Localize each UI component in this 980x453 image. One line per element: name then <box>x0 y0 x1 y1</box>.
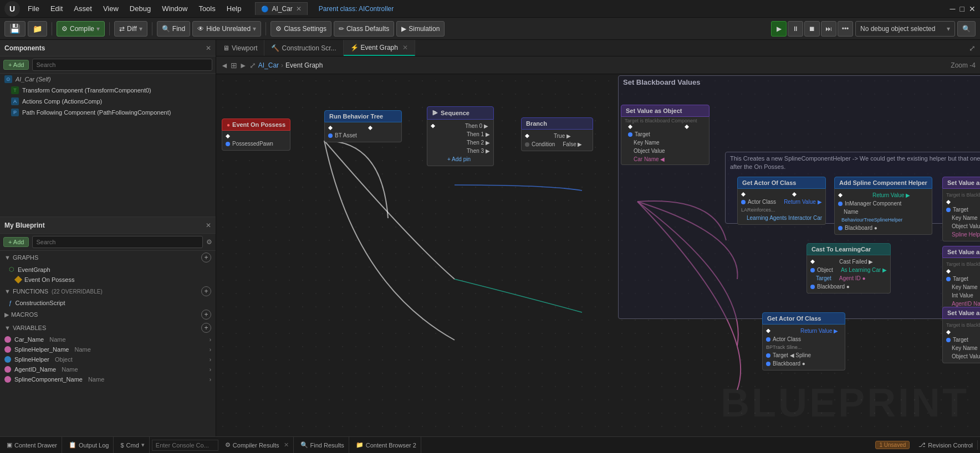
node-add-spline[interactable]: Add Spline Component Helper Return Value… <box>834 177 932 235</box>
blueprint-tab[interactable]: 🔵 AI_Car ✕ <box>255 2 308 15</box>
menu-edit[interactable]: Edit <box>48 3 65 14</box>
node-cast-learning[interactable]: Cast To LearningCar Cast Failed ▶ Object… <box>807 243 891 294</box>
node-set-value-int[interactable]: Set Value as Int Target is Blackboard Co… <box>942 246 980 311</box>
menu-asset[interactable]: Asset <box>72 3 94 14</box>
compile-button[interactable]: ⚙ Compile ▾ <box>57 21 105 37</box>
tab-event-graph[interactable]: ⚡ Event Graph ✕ <box>344 40 415 56</box>
node-ga2-title: Get Actor Of Class <box>767 315 821 322</box>
node-event-on-possess[interactable]: ● Event On Possess PossessedPawn <box>222 119 290 151</box>
blueprint-tab-close[interactable]: ✕ <box>296 5 302 13</box>
compile-dropdown[interactable]: ▾ <box>96 25 100 33</box>
hide-unrelated-dropdown[interactable]: ▾ <box>253 25 256 33</box>
diff-button[interactable]: ⇄ Diff ▾ <box>114 21 147 37</box>
menu-view[interactable]: View <box>101 3 121 14</box>
console-input[interactable] <box>152 440 218 451</box>
menu-window[interactable]: Window <box>160 3 190 14</box>
content-drawer-tab[interactable]: ▣ Content Drawer <box>2 437 62 453</box>
event-on-possess-item[interactable]: Event On Possess <box>0 275 216 285</box>
content-browser2-tab[interactable]: 📁 Content Browser 2 <box>351 437 421 453</box>
debug-filter-button[interactable]: 🔍 <box>957 21 976 37</box>
breadcrumb-blueprint[interactable]: AI_Car <box>258 61 279 69</box>
node-sequence[interactable]: ⫸ Sequence Then 0 ▶ Then 1 ▶ Then 2 ▶ <box>427 106 494 166</box>
blueprint-settings-icon[interactable]: ⚙ <box>206 238 212 246</box>
node-set-value-obj1[interactable]: Set Value as Object Target is Blackboard… <box>621 105 710 165</box>
nav-next[interactable]: ► <box>239 61 247 70</box>
graphs-section-header[interactable]: ▼ GRAPHS + <box>0 251 216 264</box>
parent-class-value[interactable]: AIController <box>359 5 394 13</box>
minimize-btn[interactable]: ─ <box>950 4 956 13</box>
event-graph-tab-close[interactable]: ✕ <box>402 44 408 52</box>
blueprint-canvas[interactable]: Set Blackboard Values This Creates a new… <box>216 74 980 436</box>
node-set-value-obj3[interactable]: Set Value as Object Target is Blackboard… <box>942 307 980 363</box>
menu-help[interactable]: Help <box>224 3 244 14</box>
skip-button[interactable]: ⏭ <box>821 21 836 37</box>
var-splinecomponent-name[interactable]: SplineComponent_Name Name › <box>0 374 216 384</box>
play-button[interactable]: ▶ <box>771 21 787 37</box>
stop-button[interactable]: ⏹ <box>804 21 820 37</box>
pause-button[interactable]: ⏸ <box>788 21 803 37</box>
find-results-tab[interactable]: 🔍 Find Results <box>296 437 349 453</box>
node-branch[interactable]: Branch True ▶ Condition False ▶ <box>521 117 593 151</box>
hide-unrelated-button[interactable]: 👁 Hide Unrelated ▾ <box>192 21 261 37</box>
nav-home[interactable]: ⊞ <box>231 61 237 70</box>
status-bar: ▣ Content Drawer 📋 Output Log $ Cmd ▾ ⚙ … <box>0 436 980 453</box>
add-macro-button[interactable]: + <box>201 310 211 320</box>
component-actions[interactable]: A Actions Comp (ActionsComp) Edit in C++ <box>0 96 216 107</box>
var-splinehelper[interactable]: SplineHelper Object › <box>0 354 216 364</box>
pin-add-pin[interactable]: + Add pin <box>427 155 493 163</box>
browse-button[interactable]: 📁 <box>28 21 47 37</box>
my-blueprint-close[interactable]: ✕ <box>206 222 211 229</box>
diff-dropdown[interactable]: ▾ <box>139 25 142 33</box>
output-log-tab[interactable]: 📋 Output Log <box>64 437 114 453</box>
event-graph-item[interactable]: ⬡ EventGraph <box>0 264 216 275</box>
revision-control-tab[interactable]: ⎇ Revision Control <box>914 440 978 450</box>
functions-section-header[interactable]: ▼ FUNCTIONS (22 OVERRIDABLE) + <box>0 285 216 298</box>
compiler-results-tab[interactable]: ⚙ Compiler Results ✕ <box>221 437 294 453</box>
pin-spline-name: Name <box>835 208 932 216</box>
component-transform[interactable]: T Transform Component (TransformComponen… <box>0 85 216 96</box>
node-get-actor-2[interactable]: Get Actor Of Class Return Value ▶ Actor … <box>762 312 845 370</box>
more-play-button[interactable]: ••• <box>838 21 853 37</box>
menu-tools[interactable]: Tools <box>196 3 217 14</box>
macros-section-header[interactable]: ▶ MACROS + <box>0 308 216 321</box>
find-button[interactable]: 🔍 Find <box>157 21 190 37</box>
debug-object-select[interactable]: No debug object selected ▾ <box>855 21 955 37</box>
save-button[interactable]: 💾 <box>4 21 25 37</box>
component-self[interactable]: ⊙ AI_Car (Self) <box>0 74 216 85</box>
component-search[interactable] <box>32 59 212 71</box>
nav-fit[interactable]: ⤢ <box>249 61 256 70</box>
components-close[interactable]: ✕ <box>206 44 211 52</box>
menu-file[interactable]: File <box>25 3 42 14</box>
construction-script-item[interactable]: ƒ ConstructionScript <box>0 298 216 308</box>
node-set-value-obj2[interactable]: Set Value as Object Target is Blackboard… <box>942 177 980 241</box>
tab-viewport[interactable]: 🖥 Viewport <box>216 40 264 56</box>
nav-prev[interactable]: ◄ <box>221 61 228 70</box>
svi-iv-lbl: Int Value <box>952 292 973 298</box>
tab-construction[interactable]: 🔨 Construction Scr... <box>264 40 343 56</box>
maximize-btn[interactable]: □ <box>960 4 964 13</box>
var-agentid-name[interactable]: AgentID_Name Name › <box>0 364 216 374</box>
spline-inmgr-dot <box>838 202 843 206</box>
cmd-dropdown[interactable]: ▾ <box>141 441 145 449</box>
add-function-button[interactable]: + <box>201 286 211 296</box>
cmd-tab[interactable]: $ Cmd ▾ <box>116 437 149 453</box>
var-splinehelper-name[interactable]: SplineHelper_Name Name › <box>0 344 216 354</box>
close-btn[interactable]: ✕ <box>969 4 976 13</box>
canvas-resize[interactable]: ⤢ <box>969 44 980 53</box>
add-blueprint-button[interactable]: + Add <box>3 237 29 247</box>
add-component-button[interactable]: + Add <box>3 60 29 70</box>
blueprint-search[interactable] <box>32 236 203 248</box>
add-graph-button[interactable]: + <box>201 253 211 262</box>
class-settings-button[interactable]: ⚙ Class Settings <box>270 21 331 37</box>
compiler-results-close[interactable]: ✕ <box>284 441 289 449</box>
class-defaults-button[interactable]: ✏ Class Defaults <box>334 21 394 37</box>
var-car-name[interactable]: Car_Name Name › <box>0 334 216 344</box>
menu-debug[interactable]: Debug <box>127 3 153 14</box>
node-run-bt[interactable]: Run Behavior Tree BT Asset <box>324 110 402 142</box>
component-pathfollowing[interactable]: P Path Following Component (PathFollowin… <box>0 107 216 118</box>
variables-section-header[interactable]: ▼ VARIABLES + <box>0 321 216 334</box>
node-get-actor-1[interactable]: Get Actor Of Class Actor Class Return Va… <box>737 177 826 225</box>
node-ga1-body: Actor Class Return Value ▶ LAReinforces.… <box>737 189 826 225</box>
simulation-button[interactable]: ▶ Simulation <box>396 21 445 37</box>
add-variable-button[interactable]: + <box>201 323 211 333</box>
